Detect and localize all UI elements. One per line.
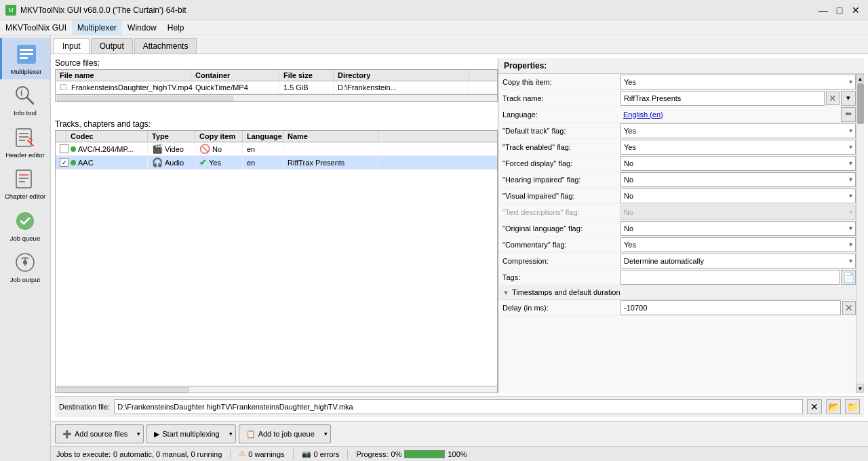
track-row-0[interactable]: AVC/H.264/MP... 🎬 Video 🚫 No bbox=[56, 142, 497, 156]
prop-value-default: Yes ▾ bbox=[620, 123, 856, 138]
start-dropdown-button[interactable]: ▾ bbox=[226, 424, 236, 443]
track-codec-text-1: AAC bbox=[78, 159, 94, 167]
track-copy-0: 🚫 No bbox=[195, 142, 243, 155]
copy-destination-button[interactable]: 📁 bbox=[845, 399, 860, 414]
tab-strip: Input Output Attachments bbox=[51, 35, 868, 54]
prop-select-original[interactable]: No ▾ bbox=[620, 221, 856, 236]
sidebar-item-job-queue[interactable]: Job queue bbox=[0, 205, 50, 246]
track-row-1[interactable]: ✓ AAC 🎧 Audio bbox=[56, 156, 497, 169]
chevron-trackname[interactable]: ▾ bbox=[841, 91, 856, 106]
prop-input-delay[interactable] bbox=[620, 300, 841, 315]
browse-tags-button[interactable]: 📄 bbox=[841, 270, 856, 285]
statusbar: Jobs to execute: 0 automatic, 0 manual, … bbox=[51, 446, 868, 461]
file-cell-container-0: QuickTime/MP4 bbox=[191, 82, 279, 93]
chevron-forced: ▾ bbox=[849, 159, 852, 167]
prop-select-visual[interactable]: No ▾ bbox=[620, 188, 856, 203]
browse-destination-button[interactable]: 📂 bbox=[826, 399, 841, 414]
titlebar-left: M MKVToolNix GUI v68.0.0 ('The Curtain')… bbox=[5, 5, 186, 16]
track-dot-0 bbox=[71, 146, 76, 152]
add-source-label: Add source files bbox=[75, 430, 127, 438]
prop-value-visual: No ▾ bbox=[620, 188, 856, 203]
menu-item-window[interactable]: Window bbox=[122, 20, 162, 35]
add-source-dropdown-button[interactable]: ▾ bbox=[134, 424, 144, 443]
prop-label-textdesc: "Text descriptions" flag: bbox=[498, 207, 620, 218]
clear-destination-button[interactable]: ✕ bbox=[807, 399, 822, 414]
destination-input[interactable] bbox=[114, 399, 803, 414]
content-area: Input Output Attachments Source files: F… bbox=[51, 35, 868, 461]
tab-input[interactable]: Input bbox=[54, 38, 90, 54]
prop-label-compression: Compression: bbox=[498, 256, 620, 266]
col-header-name: Name bbox=[283, 131, 378, 142]
job-dropdown-button[interactable]: ▾ bbox=[321, 424, 331, 443]
left-panels: Source files: File name Container File s… bbox=[55, 58, 498, 393]
maximize-button[interactable]: □ bbox=[833, 3, 846, 17]
prop-value-language: English (en) ✏ bbox=[620, 107, 856, 122]
sidebar-item-info-tool[interactable]: i Info tool bbox=[0, 79, 50, 121]
job-output-icon bbox=[13, 250, 37, 275]
language-link[interactable]: English (en) bbox=[620, 111, 840, 119]
prop-row-language: Language: English (en) ✏ bbox=[498, 106, 856, 123]
warnings-value: 0 warnings bbox=[248, 450, 284, 458]
edit-language-button[interactable]: ✏ bbox=[841, 107, 856, 122]
sidebar-item-header-editor[interactable]: Header editor bbox=[0, 121, 50, 163]
prop-row-default: "Default track" flag: Yes ▾ bbox=[498, 123, 856, 139]
track-codec-1: AAC bbox=[66, 157, 148, 168]
col-header-container: Container bbox=[191, 70, 279, 81]
sidebar-item-job-output[interactable]: Job output bbox=[0, 246, 50, 287]
prop-select-compression[interactable]: Determine automatically ▾ bbox=[620, 254, 856, 268]
add-job-button[interactable]: 📋 Add to job queue bbox=[239, 424, 321, 443]
timestamps-arrow-icon: ▼ bbox=[502, 289, 509, 296]
start-mux-button[interactable]: ▶ Start multiplexing bbox=[146, 424, 226, 443]
scroll-track bbox=[856, 83, 864, 384]
close-button[interactable]: ✕ bbox=[849, 3, 863, 17]
prop-select-commentary[interactable]: Yes ▾ bbox=[620, 237, 856, 252]
timestamps-header[interactable]: ▼ Timestamps and default duration bbox=[498, 285, 856, 300]
track-cb-1[interactable]: ✓ bbox=[56, 157, 66, 168]
clear-trackname-button[interactable]: ✕ bbox=[826, 92, 840, 105]
add-source-button[interactable]: ➕ Add source files bbox=[55, 424, 134, 443]
prop-select-forced[interactable]: No ▾ bbox=[620, 156, 856, 171]
properties-panel: Properties: Copy this item: Yes ▾ bbox=[498, 58, 864, 393]
props-list: Copy this item: Yes ▾ Trac bbox=[498, 74, 856, 393]
prop-row-textdesc: "Text descriptions" flag: No ▾ bbox=[498, 204, 856, 220]
prop-select-enabled[interactable]: Yes ▾ bbox=[620, 140, 856, 155]
track-type-1: 🎧 Audio bbox=[148, 156, 195, 169]
track-cb-0[interactable] bbox=[56, 143, 66, 155]
prop-select-hearing[interactable]: No ▾ bbox=[620, 172, 856, 187]
menu-item-mkvtoolnix[interactable]: MKVToolNix GUI bbox=[0, 20, 72, 35]
prop-label-commentary: "Commentary" flag: bbox=[498, 239, 620, 250]
file-row-0[interactable]: ☐ FrankensteinsDaughter_highTV.mp4 Quick… bbox=[56, 81, 497, 94]
prop-input-trackname[interactable] bbox=[620, 91, 825, 106]
titlebar-controls[interactable]: — □ ✕ bbox=[816, 3, 863, 17]
prop-select-default[interactable]: Yes ▾ bbox=[620, 123, 856, 138]
status-sep-2 bbox=[293, 449, 294, 459]
tab-output[interactable]: Output bbox=[91, 38, 133, 54]
col-header-cb bbox=[56, 131, 66, 142]
scroll-up-button[interactable]: ▲ bbox=[856, 74, 864, 83]
svg-point-18 bbox=[23, 260, 27, 264]
prop-label-visual: "Visual impaired" flag: bbox=[498, 191, 620, 201]
sidebar-item-chapter-editor[interactable]: Chapter editor bbox=[0, 163, 50, 204]
sidebar-item-multiplexer[interactable]: Multiplexer bbox=[0, 38, 50, 79]
prop-visual-val: No bbox=[624, 192, 633, 200]
scroll-down-button[interactable]: ▼ bbox=[856, 384, 864, 393]
menu-item-multiplexer[interactable]: Multiplexer bbox=[72, 20, 122, 35]
sidebar: Multiplexer i Info tool Header editor Ch… bbox=[0, 35, 51, 461]
job-icon: 📋 bbox=[246, 430, 256, 439]
prop-row-forced: "Forced display" flag: No ▾ bbox=[498, 155, 856, 172]
add-source-icon: ➕ bbox=[62, 430, 72, 439]
menu-item-help[interactable]: Help bbox=[162, 20, 190, 35]
minimize-button[interactable]: — bbox=[816, 3, 830, 17]
col-header-codec: Codec bbox=[66, 131, 148, 142]
start-label: Start multiplexing bbox=[162, 430, 219, 438]
file-cell-dir-0: D:\Frankenstein... bbox=[334, 82, 469, 93]
prop-input-tags[interactable] bbox=[620, 270, 840, 285]
chevron-default: ▾ bbox=[849, 127, 852, 134]
clear-delay-button[interactable]: ✕ bbox=[842, 301, 856, 315]
col-header-filesize: File size bbox=[279, 70, 334, 81]
video-icon: 🎬 bbox=[152, 144, 163, 154]
prop-select-copy[interactable]: Yes ▾ bbox=[620, 75, 856, 89]
tab-attachments[interactable]: Attachments bbox=[134, 38, 197, 54]
prop-row-commentary: "Commentary" flag: Yes ▾ bbox=[498, 237, 856, 253]
scroll-thumb[interactable] bbox=[857, 83, 864, 124]
